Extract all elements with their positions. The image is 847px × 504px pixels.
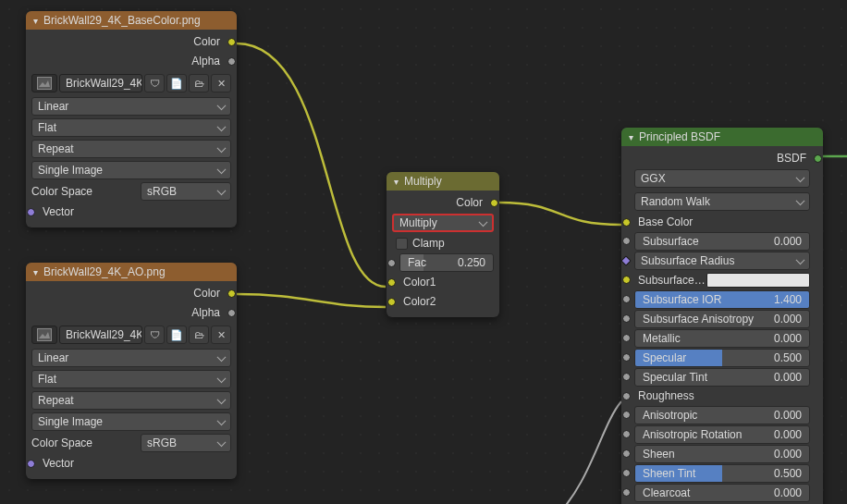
node-header[interactable]: ▾ BrickWall29_4K_AO.png: [26, 263, 237, 281]
socket-dot[interactable]: [227, 289, 236, 298]
socket-dot[interactable]: [227, 57, 236, 66]
principled-bsdf-node[interactable]: ▾ Principled BSDF BSDF GGX Random Walk B…: [621, 128, 823, 504]
input-anisotropic[interactable]: Anisotropic0.000: [627, 405, 817, 424]
socket-dot[interactable]: [622, 218, 631, 227]
node-header[interactable]: ▾ BrickWall29_4K_BaseColor.png: [26, 11, 237, 30]
open-file-icon[interactable]: 📄: [166, 74, 187, 92]
socket-dot[interactable]: [27, 460, 35, 468]
value-slider[interactable]: Metallic0.000: [634, 329, 810, 348]
extension-select[interactable]: Repeat: [31, 391, 231, 410]
socket-dot[interactable]: [387, 259, 396, 267]
image-texture-node-ao[interactable]: ▾ BrickWall29_4K_AO.png Color Alpha Bric…: [26, 263, 237, 479]
socket-dot[interactable]: [622, 314, 631, 323]
output-bsdf[interactable]: BSDF: [627, 150, 817, 166]
clamp-checkbox[interactable]: Clamp: [392, 235, 494, 252]
collapse-icon[interactable]: ▾: [394, 177, 399, 187]
node-header[interactable]: ▾ Multiply: [387, 172, 499, 191]
unlink-icon[interactable]: ✕: [211, 326, 231, 344]
color-space-select[interactable]: sRGB: [141, 434, 231, 452]
input-vector[interactable]: Vector: [31, 203, 231, 220]
open-file-icon[interactable]: 📄: [166, 326, 187, 344]
socket-dot[interactable]: [622, 334, 631, 342]
image-name-field[interactable]: BrickWall29_4K_...: [59, 326, 142, 344]
input-sheen-tint[interactable]: Sheen Tint0.500: [627, 463, 817, 483]
value-slider[interactable]: Sheen0.000: [634, 445, 810, 463]
distribution-select[interactable]: GGX: [634, 169, 810, 188]
collapse-icon[interactable]: ▾: [33, 267, 38, 277]
socket-dot[interactable]: [622, 488, 631, 497]
input-metallic[interactable]: Metallic0.000: [627, 328, 817, 348]
socket-dot[interactable]: [387, 298, 396, 306]
open-folder-icon[interactable]: 🗁: [189, 326, 209, 344]
input-color1[interactable]: Color1: [392, 274, 494, 290]
socket-dot[interactable]: [227, 309, 236, 317]
value-slider[interactable]: Anisotropic0.000: [634, 406, 810, 424]
source-select[interactable]: Single Image: [31, 161, 231, 179]
socket-dot[interactable]: [227, 38, 236, 46]
value-dropdown[interactable]: Subsurface Radius: [634, 252, 810, 270]
value-slider[interactable]: Specular0.500: [634, 349, 810, 367]
projection-select[interactable]: Flat: [31, 370, 231, 388]
collapse-icon[interactable]: ▾: [629, 132, 633, 142]
socket-dot[interactable]: [622, 373, 631, 381]
input-base-color[interactable]: Base Color: [627, 214, 817, 230]
value-slider[interactable]: Specular Tint0.000: [634, 368, 810, 387]
output-color[interactable]: Color: [31, 33, 231, 50]
socket-dot[interactable]: [622, 392, 631, 400]
collapse-icon[interactable]: ▾: [33, 16, 38, 26]
fac-slider[interactable]: Fac 0.250: [399, 253, 494, 272]
extension-select[interactable]: Repeat: [31, 140, 231, 158]
input-clearcoat[interactable]: Clearcoat0.000: [627, 483, 817, 502]
input-anisotropic-rotation[interactable]: Anisotropic Rotation0.000: [627, 424, 817, 444]
projection-select[interactable]: Flat: [31, 118, 231, 137]
image-name-field[interactable]: BrickWall29_4K_...: [59, 74, 142, 92]
fake-user-icon[interactable]: 🛡: [144, 74, 165, 92]
input-subsurface[interactable]: Subsurface0.000: [627, 231, 817, 251]
socket-dot[interactable]: [622, 276, 631, 284]
open-folder-icon[interactable]: 🗁: [189, 74, 209, 92]
blend-mode-select[interactable]: Multiply: [392, 214, 494, 232]
value-slider[interactable]: Clearcoat0.000: [634, 484, 810, 502]
value-slider[interactable]: Subsurface0.000: [634, 232, 810, 251]
node-header[interactable]: ▾ Principled BSDF: [621, 128, 823, 146]
socket-dot[interactable]: [387, 278, 396, 287]
color-swatch[interactable]: [706, 273, 810, 288]
unlink-icon[interactable]: ✕: [211, 74, 231, 92]
socket-dot[interactable]: [27, 208, 35, 216]
image-preview-icon[interactable]: [31, 74, 57, 92]
output-alpha[interactable]: Alpha: [31, 53, 231, 69]
image-texture-node-basecolor[interactable]: ▾ BrickWall29_4K_BaseColor.png Color Alp…: [26, 11, 237, 227]
socket-dot[interactable]: [622, 295, 631, 303]
interpolation-select[interactable]: Linear: [31, 97, 231, 116]
output-color[interactable]: Color: [392, 194, 494, 211]
socket-dot[interactable]: [490, 199, 498, 207]
value-slider[interactable]: Subsurface Anisotropy0.000: [634, 310, 810, 328]
interpolation-select[interactable]: Linear: [31, 349, 231, 367]
input-color2[interactable]: Color2: [392, 293, 494, 310]
value-slider[interactable]: Sheen Tint0.500: [634, 464, 810, 483]
input-subsurface-col-[interactable]: Subsurface Col...: [627, 270, 817, 289]
value-slider[interactable]: Subsurface IOR1.400: [634, 290, 810, 309]
input-vector[interactable]: Vector: [31, 455, 231, 472]
input-sheen[interactable]: Sheen0.000: [627, 444, 817, 463]
value-slider[interactable]: Anisotropic Rotation0.000: [634, 425, 810, 444]
input-specular[interactable]: Specular0.500: [627, 348, 817, 367]
color-space-select[interactable]: sRGB: [141, 182, 231, 201]
output-color[interactable]: Color: [31, 285, 231, 301]
image-preview-icon[interactable]: [31, 326, 57, 344]
input-subsurface-anisotropy[interactable]: Subsurface Anisotropy0.000: [627, 309, 817, 328]
input-specular-tint[interactable]: Specular Tint0.000: [627, 367, 817, 387]
socket-dot[interactable]: [622, 430, 631, 438]
sss-method-select[interactable]: Random Walk: [634, 192, 810, 211]
socket-dot[interactable]: [622, 449, 631, 458]
mix-rgb-node[interactable]: ▾ Multiply Color Multiply Clamp Fac 0.25…: [387, 172, 499, 317]
socket-dot[interactable]: [622, 411, 631, 419]
source-select[interactable]: Single Image: [31, 412, 231, 431]
input-subsurface-radius[interactable]: Subsurface Radius: [627, 251, 817, 270]
input-fac[interactable]: Fac 0.250: [392, 254, 494, 271]
socket-dot[interactable]: [620, 255, 631, 265]
socket-dot[interactable]: [814, 154, 822, 163]
input-subsurface-ior[interactable]: Subsurface IOR1.400: [627, 289, 817, 309]
socket-dot[interactable]: [622, 353, 631, 362]
socket-dot[interactable]: [622, 469, 631, 477]
